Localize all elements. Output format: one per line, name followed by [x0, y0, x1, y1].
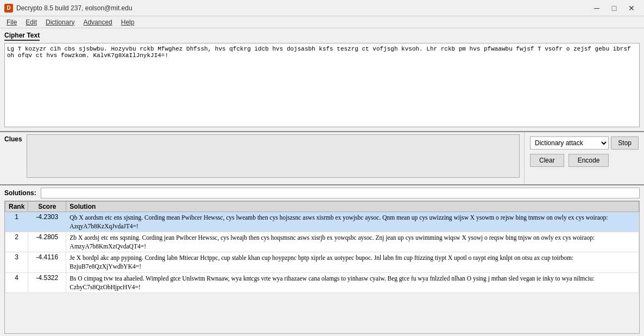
table-row[interactable]: 4-4.5322Bs O cimpag tvw tea ahaeled. Wim…: [5, 272, 639, 293]
solutions-section: Solutions: Rank Score Solution 1-4.2303Q…: [0, 185, 644, 336]
menu-advanced[interactable]: Advanced: [79, 17, 116, 27]
attack-select[interactable]: Dictionary attack Brute force Frequency …: [530, 136, 609, 150]
clear-button[interactable]: Clear: [530, 154, 564, 167]
attack-row: Dictionary attack Brute force Frequency …: [530, 136, 639, 150]
cipher-section: Cipher Text: [0, 28, 644, 131]
solutions-tbody: 1-4.2303Qb X aordsm etc ens sjsning. Cor…: [5, 212, 639, 293]
close-button[interactable]: ✕: [623, 3, 640, 14]
stop-button[interactable]: Stop: [611, 136, 639, 150]
menu-bar: File Edit Dictionary Advanced Help: [0, 16, 644, 28]
cell-score: -4.2303: [28, 212, 66, 232]
cell-score: -4.4116: [28, 252, 66, 272]
col-score: Score: [28, 202, 66, 212]
cell-solution: Je X bordpl akc anp pypning. Cording lab…: [66, 252, 639, 272]
cell-rank: 2: [5, 232, 28, 252]
solutions-table-wrapper: Rank Score Solution 1-4.2303Qb X aordsm …: [4, 201, 640, 334]
clues-content[interactable]: [27, 134, 520, 178]
cipher-textarea[interactable]: [4, 43, 640, 127]
cell-score: -4.2805: [28, 232, 66, 252]
clues-area: Clues: [0, 132, 525, 184]
solutions-label: Solutions:: [4, 189, 36, 197]
menu-help[interactable]: Help: [117, 17, 139, 27]
solutions-table: Rank Score Solution 1-4.2303Qb X aordsm …: [5, 201, 639, 293]
minimize-button[interactable]: ─: [589, 3, 605, 14]
title-controls: ─ □ ✕: [589, 3, 640, 14]
middle-section: Clues Dictionary attack Brute force Freq…: [0, 131, 644, 185]
solutions-search[interactable]: [41, 188, 640, 198]
solutions-header: Solutions:: [4, 188, 640, 198]
table-scroll-area[interactable]: Rank Score Solution 1-4.2303Qb X aordsm …: [5, 201, 639, 293]
table-row[interactable]: 2-4.2805Zb X aordsj etc ens sqsning. Cor…: [5, 232, 639, 252]
main-content: Cipher Text Clues Dictionary attack Brut…: [0, 28, 644, 336]
menu-file[interactable]: File: [2, 17, 21, 27]
app-icon: D: [4, 4, 13, 13]
table-row[interactable]: 3-4.4116Je X bordpl akc anp pypning. Cor…: [5, 252, 639, 272]
action-row: Clear Encode: [530, 154, 639, 167]
controls-area: Dictionary attack Brute force Frequency …: [525, 132, 644, 184]
col-solution: Solution: [66, 202, 639, 212]
table-row[interactable]: 1-4.2303Qb X aordsm etc ens sjsning. Cor…: [5, 212, 639, 232]
maximize-button[interactable]: □: [606, 3, 622, 14]
title-bar: D Decrypto 8.5 build 237, eolson@mit.edu…: [0, 0, 644, 16]
title-text: Decrypto 8.5 build 237, eolson@mit.edu: [16, 4, 132, 12]
menu-dictionary[interactable]: Dictionary: [41, 17, 79, 27]
cell-solution: Bs O cimpag tvw tea ahaeled. Wimpled gtc…: [66, 272, 639, 293]
menu-edit[interactable]: Edit: [21, 17, 41, 27]
cell-solution: Zb X aordsj etc ens sqsning. Cording jea…: [66, 232, 639, 252]
cipher-label: Cipher Text: [4, 32, 40, 41]
cell-rank: 4: [5, 272, 28, 293]
col-rank: Rank: [5, 202, 28, 212]
title-left: D Decrypto 8.5 build 237, eolson@mit.edu: [4, 4, 132, 13]
clues-label: Clues: [4, 134, 22, 143]
cell-rank: 3: [5, 252, 28, 272]
encode-button[interactable]: Encode: [569, 154, 609, 167]
cell-rank: 1: [5, 212, 28, 232]
cell-score: -4.5322: [28, 272, 66, 293]
cell-solution: Qb X aordsm etc ens sjsning. Cording mea…: [66, 212, 639, 232]
